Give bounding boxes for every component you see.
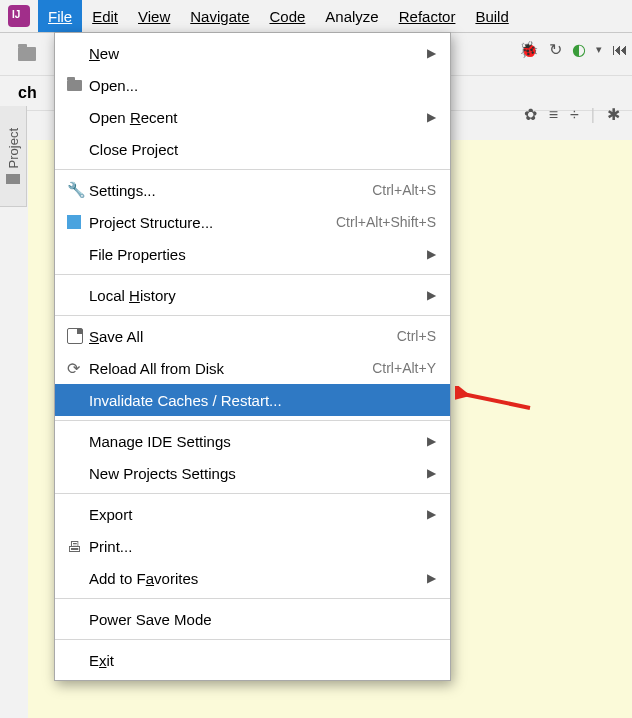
menu-reload-disk-shortcut: Ctrl+Alt+Y [372,360,436,376]
menu-navigate[interactable]: Navigate [180,0,259,32]
menu-project-structure-label: Project Structure... [89,214,326,231]
menu-analyze-label: Analyze [325,8,378,25]
bug-icon[interactable]: 🐞 [519,40,539,59]
structure-icon [67,215,81,229]
app-logo-icon [8,5,30,27]
menu-new-projects-settings-label: New Projects Settings [89,465,427,482]
menu-project-structure-shortcut: Ctrl+Alt+Shift+S [336,214,436,230]
menu-new-projects-settings[interactable]: New Projects Settings ▶ [55,457,450,489]
menu-edit-label: Edit [92,8,118,25]
submenu-arrow-icon: ▶ [427,288,436,302]
menu-exit[interactable]: Exit [55,644,450,676]
menu-manage-ide-label: Manage IDE Settings [89,433,427,450]
menu-new[interactable]: New ▶ [55,37,450,69]
menu-view-label: View [138,8,170,25]
run-icon[interactable]: ↻ [549,40,562,59]
submenu-arrow-icon: ▶ [427,466,436,480]
menu-sep [55,274,450,275]
target-icon[interactable]: ✿ [524,105,537,124]
submenu-arrow-icon: ▶ [427,46,436,60]
print-icon: 🖶 [67,538,82,555]
project-tool-label: Project [6,128,21,168]
wrench-icon: 🔧 [67,181,86,199]
submenu-arrow-icon: ▶ [427,571,436,585]
project-tool-icon [6,174,20,184]
reload-icon: ⟳ [67,359,80,378]
menu-file[interactable]: File [38,0,82,32]
file-menu-popup: New ▶ Open... Open Recent ▶ Close Projec… [54,32,451,681]
dropdown-icon[interactable]: ▾ [596,43,602,56]
menu-view[interactable]: View [128,0,180,32]
menu-refactor-label: Refactor [399,8,456,25]
menu-save-all-shortcut: Ctrl+S [397,328,436,344]
menu-file-label: File [48,8,72,25]
submenu-arrow-icon: ▶ [427,110,436,124]
menu-build-label: Build [475,8,508,25]
menu-code-label: Code [269,8,305,25]
toolbar-sep: | [591,106,595,124]
menu-invalidate-caches[interactable]: Invalidate Caches / Restart... [55,384,450,416]
menu-export[interactable]: Export ▶ [55,498,450,530]
align-icon[interactable]: ≡ [549,106,558,124]
menu-sep [55,169,450,170]
menu-sep [55,598,450,599]
menu-file-properties[interactable]: File Properties ▶ [55,238,450,270]
submenu-arrow-icon: ▶ [427,434,436,448]
menu-power-save[interactable]: Power Save Mode [55,603,450,635]
rewind-icon[interactable]: ⏮ [612,41,628,59]
menu-settings-label: Settings... [89,182,362,199]
stop-icon[interactable]: ◐ [572,40,586,59]
menu-build[interactable]: Build [465,0,518,32]
menu-local-history[interactable]: Local History ▶ [55,279,450,311]
menu-invalidate-caches-label: Invalidate Caches / Restart... [89,392,436,409]
menu-open-recent[interactable]: Open Recent ▶ [55,101,450,133]
menu-open[interactable]: Open... [55,69,450,101]
sort-icon[interactable]: ÷ [570,106,579,124]
menu-power-save-label: Power Save Mode [89,611,436,628]
menu-print[interactable]: 🖶 Print... [55,530,450,562]
menu-save-all[interactable]: Save All Ctrl+S [55,320,450,352]
menu-sep [55,420,450,421]
menu-close-project-label: Close Project [89,141,436,158]
menu-code[interactable]: Code [259,0,315,32]
menu-open-label: Open... [89,77,436,94]
menu-sep [55,493,450,494]
submenu-arrow-icon: ▶ [427,507,436,521]
editor-toolbar: ✿ ≡ ÷ | ✱ [524,105,628,124]
menu-reload-disk-label: Reload All from Disk [89,360,362,377]
menu-sep [55,315,450,316]
menu-file-properties-label: File Properties [89,246,427,263]
submenu-arrow-icon: ▶ [427,247,436,261]
settings-gear-icon[interactable]: ✱ [607,105,620,124]
save-icon [67,328,83,344]
menu-refactor[interactable]: Refactor [389,0,466,32]
breadcrumb-root[interactable]: ch [18,84,37,102]
menu-navigate-label: Navigate [190,8,249,25]
menu-settings[interactable]: 🔧 Settings... Ctrl+Alt+S [55,174,450,206]
menu-add-favorites[interactable]: Add to Favorites ▶ [55,562,450,594]
menu-project-structure[interactable]: Project Structure... Ctrl+Alt+Shift+S [55,206,450,238]
menu-settings-shortcut: Ctrl+Alt+S [372,182,436,198]
open-folder-icon[interactable] [18,47,36,61]
menu-analyze[interactable]: Analyze [315,0,388,32]
run-toolbar: 🐞 ↻ ◐ ▾ ⏮ [519,40,628,59]
menu-edit[interactable]: Edit [82,0,128,32]
open-icon [67,80,82,91]
menu-export-label: Export [89,506,427,523]
menu-reload-disk[interactable]: ⟳ Reload All from Disk Ctrl+Alt+Y [55,352,450,384]
menu-manage-ide[interactable]: Manage IDE Settings ▶ [55,425,450,457]
menu-print-label: Print... [89,538,436,555]
menu-close-project[interactable]: Close Project [55,133,450,165]
menu-sep [55,639,450,640]
project-tool-tab[interactable]: Project [0,106,27,207]
menu-bar: File Edit View Navigate Code Analyze Ref… [0,0,632,33]
